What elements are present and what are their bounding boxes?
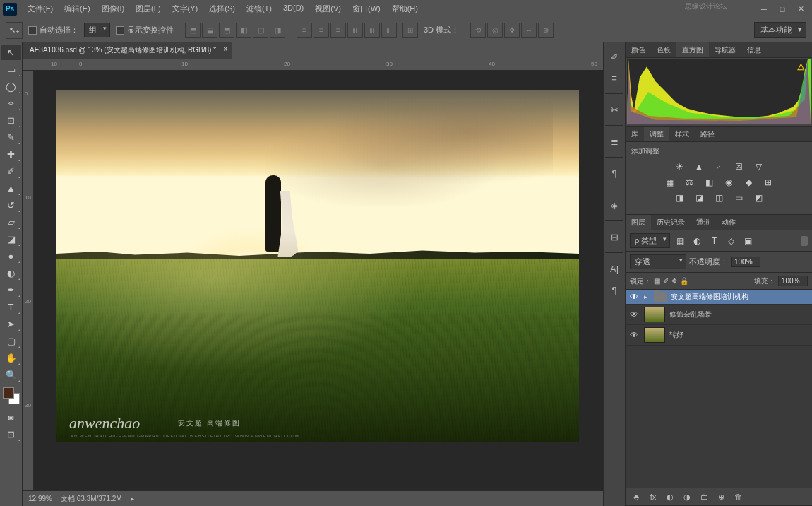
delete-layer-icon[interactable]: 🗑 [732, 491, 744, 502]
channel-mixer-icon[interactable]: ◆ [741, 176, 756, 189]
auto-align-icon[interactable]: ⊞ [402, 23, 418, 38]
opacity-input[interactable]: 100% [731, 257, 760, 267]
canvas-viewport[interactable]: anwenchao 安文超 高端修图 AN WENCHAO HIGH-END G… [34, 71, 603, 490]
align-left-icon[interactable]: ◧ [236, 23, 251, 38]
quick-mask-tool[interactable]: ◙ [1, 409, 21, 425]
healing-tool[interactable]: ✚ [1, 146, 21, 162]
tool-preset-icon[interactable]: ↖₊ [6, 22, 23, 39]
visibility-icon[interactable]: 👁 [630, 330, 640, 340]
gradient-map-icon[interactable]: ▭ [732, 192, 746, 204]
lock-pixels-icon[interactable]: ✐ [663, 277, 669, 285]
layer-mask-icon[interactable]: ◐ [664, 491, 676, 502]
vibrance-icon[interactable]: ▽ [751, 160, 765, 173]
menu-edit[interactable]: 编辑(E) [59, 1, 95, 16]
screen-mode-tool[interactable]: ⊡ [1, 426, 21, 442]
tab-styles[interactable]: 样式 [669, 126, 695, 141]
align-vcenter-icon[interactable]: ⬓ [202, 23, 217, 38]
color-lookup-icon[interactable]: ⊞ [761, 176, 775, 189]
layer-name[interactable]: 修饰杂乱场景 [669, 310, 712, 319]
history-brush-tool[interactable]: ↺ [1, 197, 21, 213]
group-dropdown[interactable]: 组 [84, 23, 110, 37]
tab-color[interactable]: 颜色 [626, 42, 651, 57]
brush-panel-icon[interactable]: ✐ [605, 47, 623, 66]
tab-close-icon[interactable]: × [223, 45, 227, 53]
distribute-right-icon[interactable]: ⫼ [381, 23, 397, 38]
auto-select-checkbox[interactable] [28, 26, 37, 35]
character-icon[interactable]: ¶ [605, 164, 623, 182]
photo-filter-icon[interactable]: ◉ [722, 176, 736, 189]
status-arrow-icon[interactable]: ▸ [131, 495, 134, 502]
layer-name[interactable]: 转好 [669, 330, 683, 340]
filter-shape-icon[interactable]: ◇ [724, 235, 738, 247]
color-swatches[interactable] [3, 387, 20, 404]
distribute-bottom-icon[interactable]: ≡ [330, 23, 346, 38]
gradient-tool[interactable]: ◪ [1, 231, 21, 247]
blur-tool[interactable]: ● [1, 248, 21, 264]
brush-tool[interactable]: ✐ [1, 163, 21, 179]
tab-info[interactable]: 信息 [741, 42, 767, 57]
selective-color-icon[interactable]: ◩ [751, 192, 765, 204]
foreground-color[interactable] [3, 387, 14, 399]
lasso-tool[interactable]: ◯ [1, 78, 21, 94]
lock-transparent-icon[interactable]: ▦ [654, 277, 660, 285]
3d-zoom-icon[interactable]: ⊕ [538, 23, 554, 38]
paragraph-styles-icon[interactable]: ¶ [605, 281, 623, 299]
3d-panel-icon[interactable]: ◈ [605, 196, 623, 214]
filter-toggle[interactable] [801, 236, 808, 246]
menu-type[interactable]: 文字(Y) [167, 1, 203, 16]
document-tab[interactable]: AE3A1036.psd @ 13% (安文超高端修图培训机构, RGB/8) … [23, 42, 232, 59]
layer-effects-icon[interactable]: fx [647, 491, 659, 502]
workspace-dropdown[interactable]: 基本功能 [754, 22, 806, 38]
layer-group-item[interactable]: 👁 ▸ 安文超高端修图培训机构 [626, 290, 812, 305]
filter-type-icon[interactable]: T [707, 235, 721, 247]
measurement-icon[interactable]: ⊟ [605, 228, 623, 246]
doc-size[interactable]: 文档:63.3M/371.2M [61, 494, 122, 504]
pen-tool[interactable]: ✒ [1, 282, 21, 298]
menu-image[interactable]: 图像(I) [97, 1, 129, 16]
canvas-image[interactable]: anwenchao 安文超 高端修图 AN WENCHAO HIGH-END G… [56, 90, 579, 442]
character-styles-icon[interactable]: A| [605, 259, 623, 278]
tab-layers[interactable]: 图层 [626, 215, 651, 230]
clone-source-icon[interactable]: ✂ [605, 100, 623, 119]
disclosure-icon[interactable]: ▸ [644, 293, 650, 300]
posterize-icon[interactable]: ◪ [692, 192, 706, 204]
tab-library[interactable]: 库 [626, 126, 644, 141]
filter-adjust-icon[interactable]: ◐ [690, 235, 704, 247]
filter-kind-dropdown[interactable]: ρ 类型 [630, 233, 670, 248]
filter-smart-icon[interactable]: ▣ [741, 235, 755, 247]
visibility-icon[interactable]: 👁 [630, 292, 640, 302]
show-transform-option[interactable]: 显示变换控件 [116, 25, 174, 35]
type-tool[interactable]: T [1, 299, 21, 314]
align-right-icon[interactable]: ◨ [270, 23, 285, 38]
eraser-tool[interactable]: ▱ [1, 214, 21, 230]
stamp-tool[interactable]: ▲ [1, 180, 21, 196]
menu-3d[interactable]: 3D(D) [278, 1, 309, 16]
3d-slide-icon[interactable]: ↔ [521, 23, 537, 38]
layer-item[interactable]: 👁 转好 [626, 325, 812, 346]
exposure-icon[interactable]: ☒ [732, 160, 746, 173]
filter-pixel-icon[interactable]: ▦ [673, 235, 687, 247]
new-layer-icon[interactable]: ⊕ [715, 491, 727, 502]
hue-sat-icon[interactable]: ▦ [662, 176, 676, 189]
layer-list[interactable]: 👁 ▸ 安文超高端修图培训机构 👁 修饰杂乱场景 👁 转好 [626, 290, 812, 488]
vertical-ruler[interactable]: 0 10 20 30 [23, 71, 34, 490]
tab-adjustments[interactable]: 调整 [644, 126, 669, 141]
visibility-icon[interactable]: 👁 [630, 310, 640, 319]
paragraph-icon[interactable]: ≣ [605, 132, 623, 151]
layer-item[interactable]: 👁 修饰杂乱场景 [626, 305, 812, 325]
tab-swatches[interactable]: 色板 [651, 42, 676, 57]
shape-tool[interactable]: ▢ [1, 333, 21, 348]
histogram-warning-icon[interactable]: ⚠ [797, 62, 805, 72]
lock-all-icon[interactable]: 🔒 [680, 277, 688, 285]
menu-select[interactable]: 选择(S) [204, 1, 240, 16]
align-top-icon[interactable]: ⬒ [185, 23, 201, 38]
menu-window[interactable]: 窗口(W) [347, 1, 386, 16]
move-tool[interactable]: ↖ [1, 45, 21, 60]
align-bottom-icon[interactable]: ⬒ [219, 23, 234, 38]
3d-roll-icon[interactable]: ◎ [487, 23, 503, 38]
menu-help[interactable]: 帮助(H) [387, 1, 423, 16]
zoom-level[interactable]: 12.99% [28, 495, 52, 502]
3d-orbit-icon[interactable]: ⟲ [470, 23, 486, 38]
auto-select-option[interactable]: 自动选择： [28, 25, 78, 35]
zoom-tool[interactable]: 🔍 [1, 367, 21, 382]
